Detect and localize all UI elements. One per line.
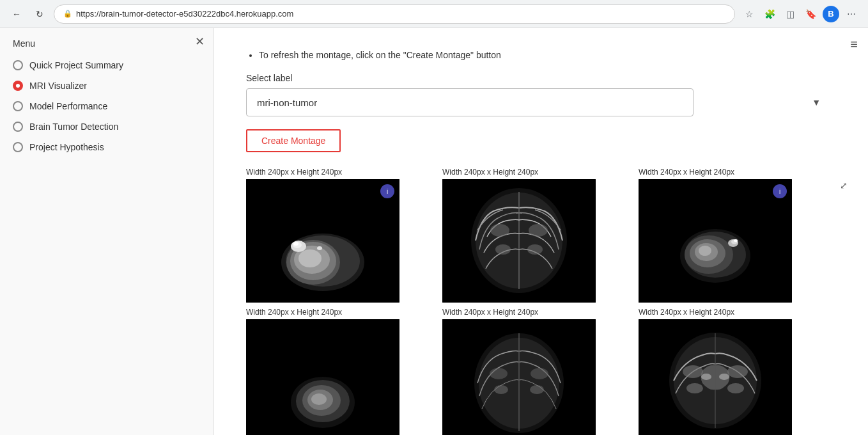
image-top-icons-3: i: [773, 184, 787, 198]
svg-point-52: [719, 374, 729, 380]
main-content: ≡ To refresh the montage, click on the "…: [214, 28, 868, 435]
svg-point-47: [683, 365, 703, 378]
svg-point-40: [531, 368, 548, 379]
svg-point-9: [293, 242, 298, 246]
create-montage-button[interactable]: Create Montage: [246, 129, 341, 152]
svg-point-39: [490, 368, 508, 379]
sidebar-item-label: Brain Tumor Detection: [29, 122, 118, 132]
radio-mri-visualizer: [13, 81, 23, 91]
svg-point-28: [734, 239, 738, 242]
mri-image-3: i: [639, 179, 792, 303]
montage-label-3: Width 240px x Height 240px: [639, 168, 734, 177]
sidebar-item-model-performance[interactable]: Model Performance: [13, 96, 201, 116]
svg-point-41: [494, 385, 508, 394]
expand-icon[interactable]: ⤢: [840, 180, 848, 191]
sidebar-item-brain-tumor-detection[interactable]: Brain Tumor Detection: [13, 116, 201, 137]
svg-point-42: [530, 385, 544, 394]
bookmark-button[interactable]: 🔖: [802, 5, 819, 23]
montage-cell-3: Width 240px x Height 240px: [639, 168, 830, 303]
url-text: https://brain-tumor-detector-e5d30222dbc…: [76, 9, 293, 19]
svg-point-25: [699, 246, 711, 256]
montage-label-5: Width 240px x Height 240px: [442, 308, 538, 317]
radio-brain-tumor-detection: [13, 122, 23, 132]
star-button[interactable]: ☆: [740, 5, 758, 23]
bullet-text: To refresh the montage, click on the "Cr…: [259, 50, 830, 60]
montage-cell-6: Width 240px x Height 240px: [639, 308, 830, 435]
svg-point-10: [317, 246, 322, 250]
back-button[interactable]: ←: [8, 5, 26, 23]
extensions-button[interactable]: 🧩: [761, 5, 779, 23]
menu-list: Quick Project Summary MRI Visualizer Mod…: [0, 55, 213, 157]
menu-label: Menu: [0, 28, 213, 55]
label-select-wrapper: mri-non-tumor mri-tumor ▼: [246, 88, 830, 116]
mri-image-6: [639, 319, 792, 435]
lock-icon: 🔒: [63, 10, 72, 18]
mri-image-2: [442, 179, 596, 303]
radio-project-hypothesis: [13, 142, 23, 152]
svg-point-18: [527, 244, 543, 255]
info-icon-1: i: [380, 184, 394, 198]
info-icon-3: i: [773, 184, 787, 198]
sidebar-item-quick-project-summary[interactable]: Quick Project Summary: [13, 55, 201, 75]
svg-point-51: [701, 374, 711, 380]
montage-cell-4: Width 240px x Height 240px: [246, 308, 437, 435]
profile-avatar: B: [823, 6, 839, 22]
sidebar-item-label: MRI Visualizer: [29, 81, 87, 91]
svg-point-50: [727, 383, 744, 393]
profile-button[interactable]: B: [822, 5, 840, 23]
sidebar-item-project-hypothesis[interactable]: Project Hypothesis: [13, 137, 201, 157]
montage-cell-2: Width 240px x Height 240px: [442, 168, 633, 303]
svg-point-34: [311, 393, 327, 405]
sidebar-item-mri-visualizer[interactable]: MRI Visualizer: [13, 75, 201, 96]
image-top-icons-1: i: [380, 184, 394, 198]
more-button[interactable]: ⋯: [842, 5, 860, 23]
mri-image-5: [442, 319, 596, 435]
bullet-info: To refresh the montage, click on the "Cr…: [246, 50, 830, 60]
svg-point-6: [298, 249, 322, 267]
select-label-text: Select label: [246, 73, 830, 83]
mri-image-1: i: [246, 179, 399, 303]
hamburger-button[interactable]: ≡: [850, 37, 858, 52]
sidebar-item-label: Model Performance: [29, 101, 107, 111]
browser-actions: ☆ 🧩 ◫ 🔖 B ⋯: [740, 5, 860, 23]
sidebar-close-button[interactable]: ✕: [195, 36, 205, 47]
sidebar: ✕ Menu Quick Project Summary MRI Visuali…: [0, 28, 214, 435]
montage-grid: Width 240px x Height 240px: [246, 168, 830, 435]
app-container: ✕ Menu Quick Project Summary MRI Visuali…: [0, 28, 868, 435]
montage-cell-1: Width 240px x Height 240px: [246, 168, 437, 303]
label-select[interactable]: mri-non-tumor mri-tumor: [246, 88, 694, 116]
montage-label-4: Width 240px x Height 240px: [246, 308, 342, 317]
montage-label-6: Width 240px x Height 240px: [639, 308, 734, 317]
svg-point-17: [495, 244, 511, 255]
mri-image-4: [246, 319, 399, 435]
svg-point-49: [686, 383, 703, 393]
sidebar-item-label: Project Hypothesis: [29, 142, 104, 152]
montage-label-2: Width 240px x Height 240px: [442, 168, 538, 177]
radio-model-performance: [13, 101, 23, 111]
browser-chrome: ← ↻ 🔒 https://brain-tumor-detector-e5d30…: [0, 0, 868, 28]
montage-label-1: Width 240px x Height 240px: [246, 168, 342, 177]
svg-point-48: [727, 365, 748, 378]
refresh-button[interactable]: ↻: [31, 5, 49, 23]
sidebar-item-label: Quick Project Summary: [29, 60, 123, 70]
svg-point-15: [490, 224, 509, 237]
address-bar[interactable]: 🔒 https://brain-tumor-detector-e5d30222d…: [54, 4, 735, 24]
montage-cell-5: Width 240px x Height 240px: [442, 308, 633, 435]
radio-quick-project-summary: [13, 60, 23, 70]
tab-button[interactable]: ◫: [781, 5, 799, 23]
svg-point-16: [529, 224, 548, 237]
select-arrow-icon: ▼: [812, 97, 821, 107]
